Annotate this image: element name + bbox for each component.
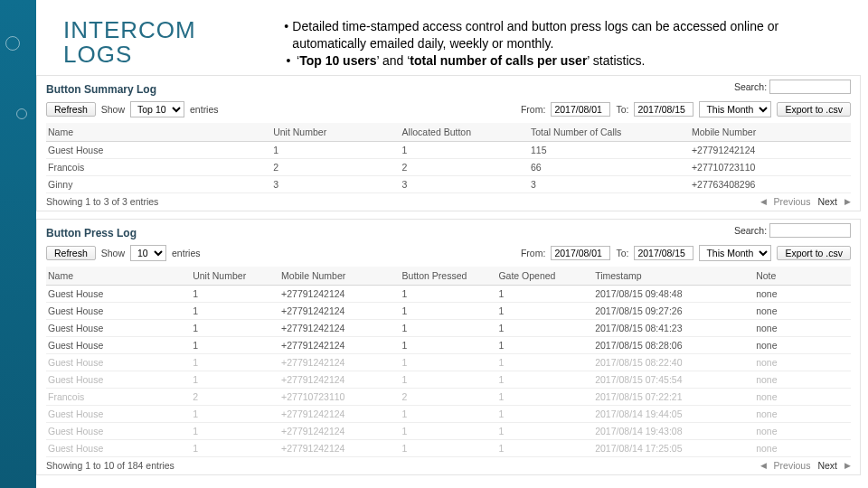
cell-ts: 2017/08/15 08:22:40 xyxy=(593,353,754,371)
entries-label: entries xyxy=(190,104,219,115)
table-row: Guest House11115+27791242124 xyxy=(46,141,851,158)
col-gate[interactable]: Gate Opened xyxy=(496,267,593,286)
cell-ts: 2017/08/15 07:22:21 xyxy=(593,388,754,405)
cell-name: Francois xyxy=(46,158,271,175)
cell-mobile: +27791242124 xyxy=(690,141,851,158)
cell-ts: 2017/08/15 09:27:26 xyxy=(593,302,754,319)
cell-gate: 1 xyxy=(496,336,593,353)
cell-mobile: +27791242124 xyxy=(279,353,401,371)
press-prev[interactable]: Previous xyxy=(774,460,811,471)
press-next[interactable]: Next xyxy=(817,460,837,471)
summary-export-button[interactable]: Export to .csv xyxy=(777,102,851,117)
cell-name: Guest House xyxy=(46,336,191,353)
title-line1: INTERCOM xyxy=(63,16,196,43)
to-label: To: xyxy=(616,248,628,258)
col-name[interactable]: Name xyxy=(46,267,191,286)
cell-mobile: +27791242124 xyxy=(279,439,401,456)
cell-ts: 2017/08/14 19:43:08 xyxy=(593,422,754,439)
cell-pressed: 2 xyxy=(401,388,497,405)
col-calls[interactable]: Total Number of Calls xyxy=(529,123,690,142)
col-pressed[interactable]: Button Pressed xyxy=(401,267,497,286)
col-note[interactable]: Note xyxy=(754,267,851,286)
summary-from-input[interactable] xyxy=(551,102,610,117)
search-label: Search: xyxy=(734,225,767,236)
summary-refresh-button[interactable]: Refresh xyxy=(46,102,96,117)
entries-label: entries xyxy=(172,248,201,258)
cell-unit: 1 xyxy=(191,422,279,439)
cell-mobile: +27791242124 xyxy=(279,422,401,439)
summary-next[interactable]: Next xyxy=(817,196,837,207)
cell-btn: 2 xyxy=(401,158,529,175)
summary-search-input[interactable] xyxy=(769,80,851,94)
summary-show-select[interactable]: Top 10 xyxy=(130,101,184,117)
press-search-input[interactable] xyxy=(769,223,851,238)
col-ts[interactable]: Timestamp xyxy=(593,267,754,286)
cell-name: Guest House xyxy=(46,302,191,319)
cell-gate: 1 xyxy=(496,439,593,456)
press-export-button[interactable]: Export to .csv xyxy=(777,246,851,260)
table-row: Guest House1+27791242124112017/08/15 08:… xyxy=(46,319,851,336)
press-footer: Showing 1 to 10 of 184 entries ◀ Previou… xyxy=(46,457,851,471)
cell-mobile: +27763408296 xyxy=(690,175,851,192)
cell-gate: 1 xyxy=(496,422,593,439)
show-label: Show xyxy=(101,104,125,115)
table-row: Francois2266+27710723110 xyxy=(46,158,851,175)
cell-mobile: +27710723110 xyxy=(279,388,401,405)
cell-ts: 2017/08/15 08:28:06 xyxy=(593,336,754,353)
summary-table: Name Unit Number Allocated Button Total … xyxy=(46,123,851,193)
cell-name: Francois xyxy=(46,388,191,405)
cell-calls: 66 xyxy=(529,158,690,175)
bullet-2: ‘Top 10 users’ and ‘total number of call… xyxy=(297,52,645,70)
cell-name: Guest House xyxy=(46,353,191,371)
cell-note: none xyxy=(754,439,851,456)
cell-mobile: +27791242124 xyxy=(279,302,401,319)
cell-calls: 115 xyxy=(529,141,690,158)
cell-pressed: 1 xyxy=(401,302,497,319)
show-label: Show xyxy=(101,248,125,258)
cell-gate: 1 xyxy=(496,285,593,302)
cell-name: Guest House xyxy=(46,285,191,302)
cell-pressed: 1 xyxy=(401,336,497,353)
prev-icon: ◀ xyxy=(760,197,767,206)
to-label: To: xyxy=(616,104,628,115)
press-refresh-button[interactable]: Refresh xyxy=(46,246,96,260)
cell-gate: 1 xyxy=(496,371,593,388)
cell-unit: 1 xyxy=(191,353,279,371)
summary-to-input[interactable] xyxy=(634,102,693,117)
cell-pressed: 1 xyxy=(401,422,497,439)
table-row: Guest House1+27791242124112017/08/15 08:… xyxy=(46,336,851,353)
table-row: Guest House1+27791242124112017/08/15 07:… xyxy=(46,371,851,388)
summary-range-select[interactable]: This Month xyxy=(699,101,771,117)
press-panel: Search: Button Press Log Refresh Show 10… xyxy=(36,219,861,475)
col-mobile[interactable]: Mobile Number xyxy=(690,123,851,142)
summary-prev[interactable]: Previous xyxy=(774,196,811,207)
press-range-select[interactable]: This Month xyxy=(699,245,771,261)
cell-unit: 1 xyxy=(271,141,400,158)
col-btn[interactable]: Allocated Button xyxy=(401,123,529,142)
table-row: Guest House1+27791242124112017/08/14 19:… xyxy=(46,422,851,439)
cell-gate: 1 xyxy=(496,302,593,319)
cell-unit: 1 xyxy=(191,371,279,388)
cell-ts: 2017/08/14 17:25:05 xyxy=(593,439,754,456)
cell-unit: 1 xyxy=(191,319,279,336)
col-mobile[interactable]: Mobile Number xyxy=(279,267,401,286)
col-unit[interactable]: Unit Number xyxy=(191,267,279,286)
cell-name: Guest House xyxy=(46,439,191,456)
from-label: From: xyxy=(521,248,545,258)
col-name[interactable]: Name xyxy=(46,123,271,142)
cell-mobile: +27710723110 xyxy=(690,158,851,175)
cell-ts: 2017/08/14 19:44:05 xyxy=(593,405,754,422)
press-from-input[interactable] xyxy=(551,246,610,260)
col-unit[interactable]: Unit Number xyxy=(271,123,400,142)
press-to-input[interactable] xyxy=(634,246,693,260)
summary-title: Button Summary Log xyxy=(46,83,851,96)
cell-pressed: 1 xyxy=(401,405,497,422)
cell-unit: 1 xyxy=(191,285,279,302)
press-search: Search: xyxy=(734,223,851,238)
cell-gate: 1 xyxy=(496,353,593,371)
table-row: Guest House1+27791242124112017/08/15 09:… xyxy=(46,302,851,319)
cell-calls: 3 xyxy=(529,175,690,192)
cell-gate: 1 xyxy=(496,319,593,336)
press-show-select[interactable]: 10 xyxy=(130,245,166,261)
press-table: Name Unit Number Mobile Number Button Pr… xyxy=(46,267,851,457)
